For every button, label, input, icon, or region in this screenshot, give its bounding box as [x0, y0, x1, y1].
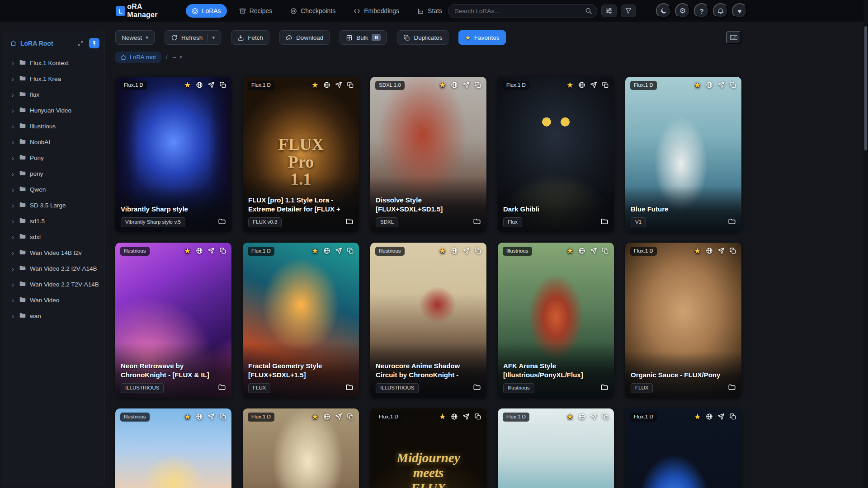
favorite-star-icon[interactable]: ★: [311, 413, 319, 421]
chevron-right-icon[interactable]: ›: [12, 155, 15, 161]
favorite-star-icon[interactable]: ★: [694, 247, 701, 255]
lora-card[interactable]: Flux.1 D ★: [498, 408, 614, 488]
globe-icon[interactable]: [451, 247, 458, 254]
globe-icon[interactable]: [196, 413, 203, 420]
notifications-button[interactable]: [713, 3, 728, 19]
folder-item[interactable]: ›Hunyuan Video: [3, 103, 104, 118]
lora-card[interactable]: SDXL 1.0 ★ Dissolve Style [FLUX+SDXL+SD1…: [370, 77, 486, 232]
theme-toggle-button[interactable]: [656, 3, 671, 19]
copy-icon[interactable]: [347, 413, 354, 420]
lora-card[interactable]: Flux.1 D ★ Fractal Geometry Style [FLUX+…: [243, 243, 359, 398]
nav-tab-loras[interactable]: LoRAs: [186, 4, 227, 18]
globe-icon[interactable]: [578, 247, 585, 254]
chevron-right-icon[interactable]: ›: [12, 202, 15, 209]
folder-item[interactable]: ›sdxl: [3, 229, 104, 245]
copy-icon[interactable]: [602, 247, 609, 254]
chevron-right-icon[interactable]: ›: [12, 218, 15, 225]
globe-icon[interactable]: [706, 247, 713, 254]
chevron-right-icon[interactable]: ›: [12, 107, 15, 114]
breadcrumb-current-dropdown[interactable]: -- ▾: [172, 54, 182, 61]
expand-all-button[interactable]: [77, 40, 84, 47]
send-icon[interactable]: [208, 413, 215, 420]
nav-tab-stats[interactable]: Stats: [411, 4, 448, 18]
open-folder-button[interactable]: [345, 217, 354, 227]
duplicates-button[interactable]: Duplicates: [397, 30, 448, 45]
globe-icon[interactable]: [196, 247, 203, 254]
lora-card[interactable]: Midjourney meets FLUX Flux.1 D ★: [370, 408, 486, 488]
search-icon[interactable]: [585, 7, 592, 14]
app-logo[interactable]: L oRA Manager: [116, 3, 171, 19]
chevron-right-icon[interactable]: ›: [12, 60, 15, 66]
copy-icon[interactable]: [729, 413, 736, 420]
favorites-button[interactable]: ★ Favorites: [458, 30, 505, 45]
lora-card[interactable]: Flux.1 D ★ Organic Sauce - FLUX/Pony FLU…: [625, 243, 741, 398]
globe-icon[interactable]: [323, 247, 330, 254]
copy-icon[interactable]: [729, 247, 736, 254]
pin-sidebar-button[interactable]: [89, 38, 99, 48]
favorite-star-icon[interactable]: ★: [439, 413, 446, 421]
favorite-star-icon[interactable]: ★: [184, 81, 191, 89]
sidebar-root-item[interactable]: LoRA Root: [20, 40, 74, 47]
favorite-star-icon[interactable]: ★: [694, 81, 701, 89]
send-icon[interactable]: [208, 247, 215, 254]
open-folder-button[interactable]: [218, 383, 226, 393]
lora-card[interactable]: Illustrious ★: [115, 408, 231, 488]
favorite-star-icon[interactable]: ★: [439, 81, 446, 89]
lora-card[interactable]: Flux.1 D ★ Dark Ghibli Flux: [498, 77, 614, 232]
open-folder-button[interactable]: [473, 217, 481, 227]
scrollbar-thumb[interactable]: [864, 26, 867, 150]
globe-icon[interactable]: [323, 81, 330, 89]
folder-item[interactable]: ›Flux.1 Kontext: [3, 55, 104, 71]
lora-card[interactable]: Illustrious ★ Neurocore Anime Shadow Cir…: [370, 243, 486, 398]
copy-icon[interactable]: [602, 81, 609, 89]
chevron-right-icon[interactable]: ›: [12, 265, 15, 272]
chevron-right-icon[interactable]: ›: [12, 313, 15, 319]
copy-icon[interactable]: [474, 81, 481, 89]
globe-icon[interactable]: [706, 413, 713, 420]
send-icon[interactable]: [335, 413, 342, 420]
copy-icon[interactable]: [219, 413, 226, 420]
chevron-right-icon[interactable]: ›: [12, 91, 15, 98]
copy-icon[interactable]: [729, 81, 736, 89]
refresh-button[interactable]: Refresh ▾: [165, 30, 221, 45]
send-icon[interactable]: [462, 81, 470, 89]
lora-card[interactable]: Flux.1 D ★ Blue Future V1: [625, 77, 741, 232]
help-button[interactable]: ?: [694, 3, 709, 19]
send-icon[interactable]: [335, 247, 342, 254]
folder-item[interactable]: ›Flux.1 Krea: [3, 71, 104, 87]
folder-item[interactable]: ›Wan Video 2.2 I2V-A14B: [3, 261, 104, 277]
favorite-star-icon[interactable]: ★: [439, 247, 446, 255]
send-icon[interactable]: [590, 413, 597, 420]
favorite-star-icon[interactable]: ★: [311, 81, 319, 89]
settings-button[interactable]: ⚙: [675, 3, 690, 19]
copy-icon[interactable]: [219, 247, 226, 254]
globe-icon[interactable]: [451, 81, 458, 89]
folder-item[interactable]: ›pony: [3, 166, 104, 182]
breadcrumb-root[interactable]: LoRA root: [115, 52, 161, 63]
folder-item[interactable]: ›Wan Video: [3, 292, 104, 308]
folder-item[interactable]: ›Wan Video 14B t2v: [3, 245, 104, 261]
favorite-star-icon[interactable]: ★: [566, 247, 574, 255]
globe-icon[interactable]: [323, 413, 330, 420]
folder-item[interactable]: ›Pony: [3, 150, 104, 166]
chevron-right-icon[interactable]: ›: [12, 123, 15, 130]
filter-button[interactable]: [621, 5, 636, 17]
open-folder-button[interactable]: [600, 217, 609, 227]
chevron-right-icon[interactable]: ›: [12, 234, 15, 240]
lora-card[interactable]: Illustrious ★ Neon Retrowave by ChronoKn…: [115, 243, 231, 398]
send-icon[interactable]: [462, 247, 470, 254]
favorite-star-icon[interactable]: ★: [184, 413, 191, 421]
chevron-right-icon[interactable]: ›: [12, 139, 15, 145]
chevron-right-icon[interactable]: ›: [12, 170, 15, 177]
lora-card[interactable]: Illustrious ★ AFK Arena Style [Illustrio…: [498, 243, 614, 398]
globe-icon[interactable]: [578, 413, 585, 420]
search-input[interactable]: [448, 4, 597, 18]
lora-card[interactable]: Flux.1 D ★ Vibrantly Sharp style Vibrant…: [115, 77, 231, 232]
send-icon[interactable]: [462, 413, 470, 420]
nav-tab-checkpoints[interactable]: Checkpoints: [284, 4, 341, 18]
chevron-right-icon[interactable]: ›: [12, 249, 15, 256]
copy-icon[interactable]: [602, 413, 609, 420]
favorite-star-icon[interactable]: ★: [566, 81, 574, 89]
globe-icon[interactable]: [578, 81, 585, 89]
favorite-star-icon[interactable]: ★: [694, 413, 701, 421]
